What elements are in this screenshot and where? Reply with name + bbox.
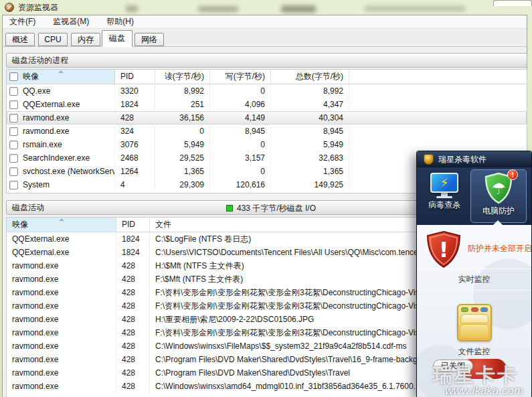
column-header-image[interactable]: 映像: [7, 218, 116, 232]
row-checkbox[interactable]: [9, 154, 18, 163]
row-checkbox[interactable]: [9, 127, 18, 136]
column-header-total[interactable]: 总数(字节/秒): [271, 70, 349, 84]
disk-io-legend: 433 千字节/秒磁盘 I/O: [226, 201, 316, 216]
column-header-pid[interactable]: PID: [115, 70, 155, 84]
column-header-filler: [349, 70, 527, 84]
realtime-monitor-title: 实时监控: [417, 274, 531, 285]
menu-file[interactable]: 文件(F): [5, 16, 39, 27]
process-row[interactable]: QQ.exe33208,99208,992: [7, 84, 527, 98]
menu-monitor[interactable]: 监视器(M): [49, 16, 93, 27]
computer-protection-button[interactable]: ☂ ! 电脑防护: [470, 169, 527, 223]
warning-shield-icon: !: [425, 230, 462, 269]
watermark-url: www.ikaka.com: [445, 384, 523, 397]
file-monitor-label: 文件监控: [417, 346, 531, 358]
tab-network[interactable]: 网络: [135, 33, 164, 46]
select-all-checkbox[interactable]: [9, 72, 18, 81]
tab-cpu[interactable]: CPU: [38, 33, 68, 46]
screen: 资源监视器 文件(F) 监视器(M) 帮助(H) 概述 CPU 内存 磁盘 网络…: [0, 0, 532, 397]
row-checkbox[interactable]: [9, 141, 18, 149]
column-header-read[interactable]: 读(字节/秒): [155, 70, 210, 84]
antivirus-status-area: ! 防护并未全部开启， 实时监控 文件监控 已关闭 瑞星卡卡 www.ikaka…: [417, 225, 531, 397]
column-header-pid[interactable]: PID: [116, 218, 150, 232]
antivirus-header[interactable]: 瑞星杀毒软件: [417, 151, 531, 167]
process-table-header: 映像 PID 读(字节/秒) 写(字节/秒) 总数(字节/秒): [7, 70, 527, 84]
svg-text:☂: ☂: [491, 179, 506, 198]
row-checkbox[interactable]: [9, 167, 18, 176]
disk-io-legend-icon: [226, 205, 233, 212]
protection-warning-text: 防护并未全部开启，: [468, 243, 532, 254]
menu-bar: 文件(F) 监视器(M) 帮助(H): [3, 15, 527, 29]
selected-button-caret: [493, 220, 503, 225]
window-title-bar[interactable]: 资源监视器: [0, 0, 532, 15]
alert-badge: !: [507, 169, 518, 180]
rising-logo-icon: [424, 154, 434, 165]
resource-monitor-icon: [5, 3, 14, 12]
window-title: 资源监视器: [18, 2, 58, 13]
antivirus-title: 瑞星杀毒软件: [438, 154, 486, 165]
divider: [417, 290, 531, 291]
process-section-header[interactable]: 磁盘活动的进程: [6, 53, 527, 68]
column-header-write[interactable]: 写(字节/秒): [210, 70, 271, 84]
row-checkbox[interactable]: [9, 100, 18, 109]
virus-scan-icon: ⚡: [430, 173, 458, 193]
tab-disk[interactable]: 磁盘: [102, 30, 132, 47]
process-row[interactable]: QQExternal.exe18242514,0964,347: [7, 98, 527, 111]
file-monitor-icon[interactable]: [457, 304, 492, 341]
sort-ascending-icon: [58, 70, 64, 73]
antivirus-button-bar: ⚡ 病毒查杀 ☂ !: [417, 167, 531, 225]
process-row[interactable]: rsmain.exe30765,94905,949: [7, 138, 527, 151]
tab-overview[interactable]: 概述: [5, 33, 35, 46]
process-row[interactable]: ravmond.exe42836,1564,14940,304: [7, 111, 527, 125]
column-header-image[interactable]: 映像: [7, 70, 115, 84]
sort-ascending-icon: [59, 218, 64, 221]
divider: [417, 268, 531, 269]
tab-strip: 概述 CPU 内存 磁盘 网络: [3, 29, 527, 47]
row-checkbox[interactable]: [9, 114, 18, 123]
virus-scan-button[interactable]: ⚡ 病毒查杀: [421, 173, 468, 211]
menu-help[interactable]: 帮助(H): [102, 16, 138, 27]
process-row[interactable]: ravmond.exe32408,9458,945: [7, 125, 527, 138]
row-checkbox[interactable]: [9, 181, 18, 189]
svg-text:!: !: [439, 237, 449, 262]
antivirus-panel: 瑞星杀毒软件 ⚡ 病毒查杀 ☂: [416, 151, 532, 397]
tab-memory[interactable]: 内存: [71, 33, 100, 46]
row-checkbox[interactable]: [9, 87, 18, 96]
